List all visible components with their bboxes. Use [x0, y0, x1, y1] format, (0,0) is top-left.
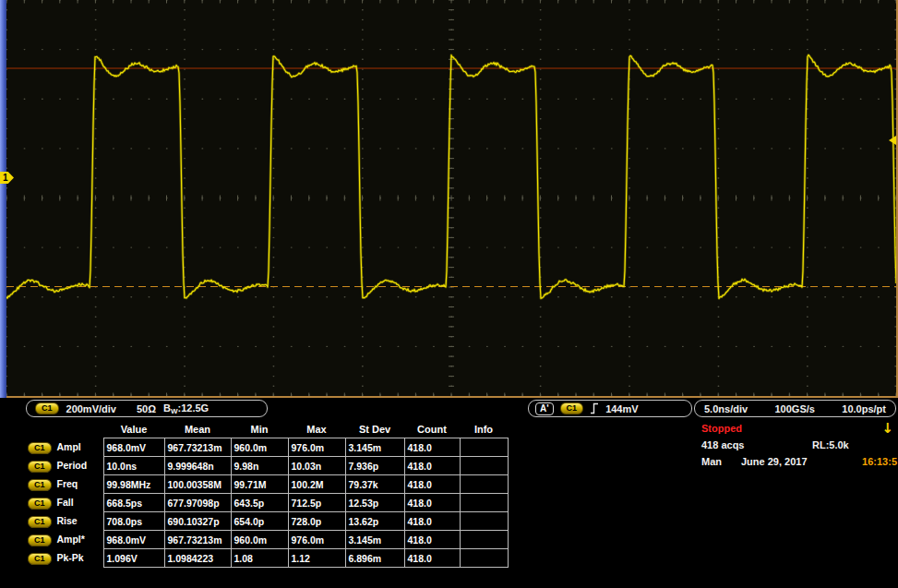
measurement-row[interactable]: C1Pk-Pk1.096V1.09842231.081.126.896m418.… — [28, 549, 508, 568]
measurement-label-cell: C1Rise — [28, 512, 103, 531]
horizontal-scale-readout: 5.0ns/div — [704, 403, 748, 414]
column-header-mean: Mean — [164, 420, 231, 438]
measurement-value-cell — [460, 494, 508, 512]
sample-rate-readout: 100GS/s — [774, 403, 814, 414]
measurement-value-cell: 976.0m — [288, 438, 345, 457]
measurement-value-cell: 9.999648n — [164, 457, 231, 475]
channel-badge: C1 — [28, 553, 52, 565]
measurement-label-cell: C1Fall — [28, 494, 103, 512]
measurement-value-cell: 100.2M — [288, 475, 345, 494]
measurement-row[interactable]: C1Ampl968.0mV967.73213m960.0m976.0m3.145… — [28, 438, 508, 457]
measurement-value-cell: 1.096V — [103, 549, 164, 568]
measurement-value-cell — [460, 475, 508, 494]
trigger-source-badge: A' — [535, 402, 554, 415]
measurement-value-cell: 418.0 — [404, 531, 460, 549]
measurement-row[interactable]: C1Fall668.5ps677.97098p643.5p712.5p12.53… — [28, 494, 508, 512]
measurement-value-cell: 418.0 — [404, 494, 460, 512]
left-edge-strip — [0, 0, 6, 398]
label-column-header — [28, 420, 103, 438]
acquisition-count-label: 418 acqs — [701, 439, 744, 450]
measurement-value-cell: 690.10327p — [164, 512, 231, 531]
channel-settings-panel[interactable]: C1 200mV/div 50Ω BW:12.5G — [26, 400, 268, 417]
measurement-value-cell: 418.0 — [404, 438, 460, 457]
oscilloscope-app: 1 C1 200mV/div 50Ω BW:12.5G A' C1 144mV … — [0, 0, 898, 588]
timebase-panel[interactable]: 5.0ns/div 100GS/s 10.0ps/pt — [694, 400, 896, 417]
measurement-value-cell: 677.97098p — [164, 494, 231, 512]
measurement-value-cell: 1.08 — [231, 549, 288, 568]
measurement-name: Rise — [57, 515, 78, 526]
channel-badge: C1 — [28, 534, 52, 546]
measurement-value-cell: 99.71M — [231, 475, 288, 494]
measurement-value-cell: 3.145m — [345, 531, 404, 549]
measurement-value-cell: 13.62p — [345, 512, 404, 531]
measurement-name: Ampl — [57, 441, 81, 452]
measurement-value-cell: 418.0 — [404, 549, 460, 568]
measurement-value-cell: 967.73213m — [164, 438, 231, 457]
vertical-scale-readout: 200mV/div — [66, 403, 116, 414]
trigger-level-readout: 144mV — [605, 403, 638, 414]
measurement-label-cell: C1Ampl* — [28, 531, 103, 549]
date-display: June 29, 2017 — [741, 456, 808, 467]
column-header-value: Value — [103, 420, 164, 438]
measurement-value-cell: 976.0m — [288, 531, 345, 549]
measurement-header-row: Value Mean Min Max St Dev Count Info — [28, 420, 508, 438]
measurement-value-cell: 10.03n — [288, 457, 345, 475]
measurement-table-body: C1Ampl968.0mV967.73213m960.0m976.0m3.145… — [28, 438, 508, 568]
measurement-name: Period — [57, 460, 88, 471]
status-bar: C1 200mV/div 50Ω BW:12.5G A' C1 144mV 5.… — [0, 398, 898, 588]
graticule-canvas — [6, 0, 896, 396]
measurement-row[interactable]: C1Freq99.98MHz100.00358M99.71M100.2M79.3… — [28, 475, 508, 494]
channel-badge: C1 — [28, 461, 52, 473]
measurement-value-cell: 99.98MHz — [103, 475, 164, 494]
measurement-row[interactable]: C1Period10.0ns9.999648n9.98n10.03n7.936p… — [28, 457, 508, 475]
measurement-name: Ampl* — [57, 534, 85, 545]
acquisition-state-label: Stopped — [701, 423, 742, 434]
measurement-value-cell: 418.0 — [404, 457, 460, 475]
measurement-value-cell: 654.0p — [231, 512, 288, 531]
channel-badge: C1 — [28, 516, 52, 528]
column-header-info: Info — [460, 420, 508, 438]
measurement-name: Pk-Pk — [57, 552, 84, 563]
channel-badge: C1 — [28, 479, 52, 491]
down-arrow-icon[interactable]: ↓ — [881, 420, 893, 437]
trigger-channel-badge: C1 — [560, 402, 584, 414]
measurement-value-cell: 1.12 — [288, 549, 345, 568]
column-header-min: Min — [231, 420, 288, 438]
measurement-value-cell — [460, 512, 508, 531]
measurement-value-cell: 7.936p — [345, 457, 404, 475]
record-length-label: RL:5.0k — [812, 439, 849, 450]
measurement-value-cell — [460, 549, 508, 568]
column-header-stdev: St Dev — [345, 420, 404, 438]
measurement-value-cell: 79.37k — [345, 475, 404, 494]
channel-badge: C1 — [28, 442, 52, 454]
measurement-value-cell: 968.0mV — [103, 438, 164, 457]
measurement-value-cell: 643.5p — [231, 494, 288, 512]
measurement-table: Value Mean Min Max St Dev Count Info C1A… — [28, 420, 509, 568]
measurement-value-cell: 9.98n — [231, 457, 288, 475]
measurement-row[interactable]: C1Ampl*968.0mV967.73213m960.0m976.0m3.14… — [28, 531, 508, 549]
measurement-value-cell: 728.0p — [288, 512, 345, 531]
trigger-panel[interactable]: A' C1 144mV — [528, 400, 692, 417]
measurement-value-cell: 3.145m — [345, 438, 404, 457]
channel-badge: C1 — [35, 402, 59, 414]
measurement-value-cell: 712.5p — [288, 494, 345, 512]
measurement-value-cell: 960.0m — [231, 438, 288, 457]
measurement-value-cell: 100.00358M — [164, 475, 231, 494]
measurement-label-cell: C1Freq — [28, 475, 103, 494]
channel-1-trace-glow — [6, 55, 896, 299]
measurement-value-cell: 968.0mV — [103, 531, 164, 549]
rising-edge-icon — [590, 402, 599, 414]
measurement-label-cell: C1Period — [28, 457, 103, 475]
measurement-value-cell — [460, 438, 508, 457]
measurement-value-cell: 708.0ps — [103, 512, 164, 531]
column-header-count: Count — [404, 420, 460, 438]
trigger-mode-label: Man — [701, 456, 722, 467]
measurement-value-cell: 6.896m — [345, 549, 404, 568]
measurement-label-cell: C1Ampl — [28, 438, 103, 457]
measurement-value-cell: 12.53p — [345, 494, 404, 512]
bandwidth-readout: BW:12.5G — [163, 402, 209, 415]
column-header-max: Max — [288, 420, 345, 438]
measurement-name: Freq — [57, 478, 78, 489]
measurement-value-cell: 418.0 — [404, 475, 460, 494]
measurement-row[interactable]: C1Rise708.0ps690.10327p654.0p728.0p13.62… — [28, 512, 508, 531]
